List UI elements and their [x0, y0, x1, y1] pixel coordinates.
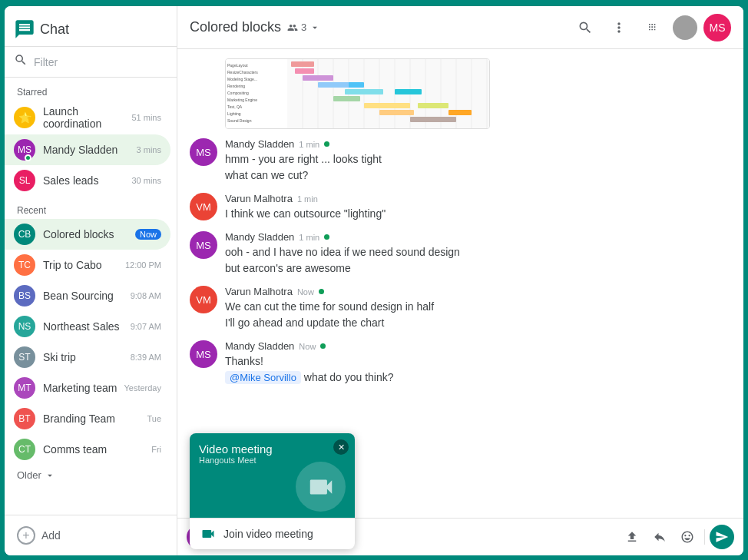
mention-tag[interactable]: @Mike Sorvillo: [225, 371, 301, 384]
varun-avatar-4: VM: [190, 286, 217, 313]
sidebar-item-launch-coordination[interactable]: ⭐ Launch coordination 51 mins: [5, 101, 170, 134]
older-toggle[interactable]: Older: [17, 469, 164, 481]
message-line-3-2: but earcon's are awesome: [225, 260, 731, 277]
svg-text:Modeling Stage...: Modeling Stage...: [227, 77, 257, 81]
sidebar-item-ski-trip[interactable]: ST Ski trip 8:39 AM: [5, 342, 170, 373]
trip-to-cabo-label: Trip to Cabo: [43, 259, 122, 271]
svg-text:Rendering: Rendering: [227, 84, 245, 88]
add-label: Add: [41, 529, 61, 542]
sidebar-item-branding-team[interactable]: BT Branding Team Tue: [5, 403, 170, 434]
video-subtitle: Hangouts Meet: [199, 456, 257, 465]
message-row: MS Mandy Sladden 1 min hmm - you are rig…: [190, 138, 731, 184]
gantt-chart-svg: PageLayout ResizeCharacters Modeling Sta…: [226, 59, 490, 129]
message-content-4: Varun Malhotra Now We can cut the time f…: [225, 286, 731, 331]
northeast-sales-time: 9:07 AM: [131, 322, 161, 331]
sales-leads-icon: SL: [14, 170, 35, 191]
message-time-1: 1 min: [299, 140, 319, 149]
svg-rect-31: [379, 110, 414, 115]
ski-trip-label: Ski trip: [43, 351, 127, 363]
message-time-3: 1 min: [299, 233, 319, 242]
app-title: Chat: [40, 22, 69, 38]
gantt-chart-container: PageLayout ResizeCharacters Modeling Sta…: [190, 58, 731, 129]
svg-text:Test, QA: Test, QA: [227, 104, 243, 109]
sidebar-footer: + Add: [5, 515, 177, 555]
northeast-sales-label: Northeast Sales: [43, 320, 127, 333]
svg-rect-36: [448, 110, 472, 115]
svg-text:Lighting: Lighting: [227, 111, 241, 116]
sidebar-item-mandy-sladden[interactable]: MS Mandy Sladden 3 mins: [5, 134, 170, 165]
colored-blocks-icon: CB: [14, 224, 35, 245]
svg-rect-1: [287, 59, 490, 129]
message-line-4-2: I'll go ahead and update the chart: [225, 315, 731, 331]
older-label: Older: [17, 469, 41, 481]
message-row: MS Mandy Sladden 1 min ooh - and I have …: [190, 231, 731, 277]
svg-rect-24: [291, 61, 314, 67]
starred-section-label: Starred: [5, 78, 177, 101]
reply-button[interactable]: [647, 525, 672, 549]
svg-rect-30: [364, 103, 410, 108]
video-title: Video meeting: [199, 442, 273, 456]
message-meta-2: Varun Malhotra 1 min: [225, 193, 731, 204]
reply-icons: [620, 525, 734, 549]
varun-avatar-2: VM: [190, 193, 217, 220]
mandy-avatar-1: MS: [190, 138, 217, 166]
message-line-1-1: hmm - you are right ... looks tight: [225, 151, 731, 167]
northeast-sales-icon: NS: [14, 316, 35, 337]
upload-button[interactable]: [620, 525, 644, 549]
comms-team-time: Fri: [151, 445, 161, 454]
message-row: VM Varun Malhotra Now We can cut the tim…: [190, 286, 731, 331]
message-meta-3: Mandy Sladden 1 min: [225, 231, 731, 243]
sales-leads-label: Sales leads: [43, 174, 128, 187]
marketing-team-label: Marketing team: [43, 382, 121, 394]
launch-coordination-label: Launch coordination: [43, 105, 128, 130]
message-time-4: Now: [297, 287, 314, 297]
launch-coordination-icon: ⭐: [14, 107, 35, 128]
mandy-avatar-5: MS: [190, 340, 217, 368]
online-indicator-1: [324, 141, 329, 147]
svg-rect-25: [295, 68, 314, 74]
video-card-close[interactable]: ✕: [333, 439, 349, 455]
sidebar-item-bean-sourcing[interactable]: BS Bean Sourcing 9:08 AM: [5, 280, 170, 311]
dropdown-icon: [309, 22, 320, 33]
channel-title-area: Colored blocks 3: [190, 19, 571, 35]
sender-name-4: Varun Malhotra: [225, 286, 293, 297]
message-content-1: Mandy Sladden 1 min hmm - you are right …: [225, 138, 731, 184]
sidebar-item-trip-to-cabo[interactable]: TC Trip to Cabo 12:00 PM: [5, 250, 170, 280]
mention-suffix: what do you think?: [304, 371, 394, 383]
search-button[interactable]: [571, 14, 599, 41]
emoji-button[interactable]: [675, 525, 700, 549]
svg-text:PageLayout: PageLayout: [227, 63, 248, 68]
user-avatar-header[interactable]: MS: [703, 14, 731, 41]
video-meeting-card: ✕ Video meeting Hangouts Meet Join video…: [190, 433, 355, 549]
message-line-5-1: Thanks!: [225, 353, 731, 369]
sidebar-item-comms-team[interactable]: CT Comms team Fri: [5, 434, 170, 465]
svg-rect-35: [418, 103, 448, 108]
google-apps-button[interactable]: [639, 14, 667, 41]
message-content-5: Mandy Sladden Now Thanks! @Mike Sorvillo…: [225, 340, 731, 386]
sidebar-item-sales-leads[interactable]: SL Sales leads 30 mins: [5, 165, 170, 196]
svg-rect-33: [349, 82, 364, 88]
sidebar-header: Chat: [5, 6, 177, 47]
bean-sourcing-label: Bean Sourcing: [43, 290, 127, 302]
account-avatar-small[interactable]: [673, 15, 697, 40]
more-options-button[interactable]: [605, 14, 633, 41]
join-video-button[interactable]: Join video meeting: [190, 518, 355, 549]
video-card-top: ✕ Video meeting Hangouts Meet: [190, 433, 355, 518]
svg-text:Marketing Engine: Marketing Engine: [227, 98, 257, 102]
send-button[interactable]: [710, 525, 734, 549]
online-indicator-4: [319, 289, 324, 294]
svg-rect-34: [395, 89, 422, 94]
sender-name-1: Mandy Sladden: [225, 138, 294, 150]
add-button[interactable]: + Add: [14, 522, 167, 549]
sidebar-search[interactable]: Filter: [5, 47, 177, 78]
svg-rect-29: [333, 96, 360, 101]
mandy-sladden-time: 3 mins: [137, 145, 161, 154]
sidebar-item-marketing-team[interactable]: MT Marketing team Yesterday: [5, 373, 170, 403]
colored-blocks-label: Colored blocks: [43, 228, 132, 240]
sidebar-item-northeast-sales[interactable]: NS Northeast Sales 9:07 AM: [5, 311, 170, 342]
member-count: 3: [287, 22, 320, 33]
sidebar-item-colored-blocks[interactable]: CB Colored blocks Now: [5, 219, 170, 250]
svg-text:Sound Design: Sound Design: [227, 118, 252, 123]
message-line-3-1: ooh - and I have no idea if we need soun…: [225, 244, 731, 260]
older-section: Older: [5, 465, 177, 485]
